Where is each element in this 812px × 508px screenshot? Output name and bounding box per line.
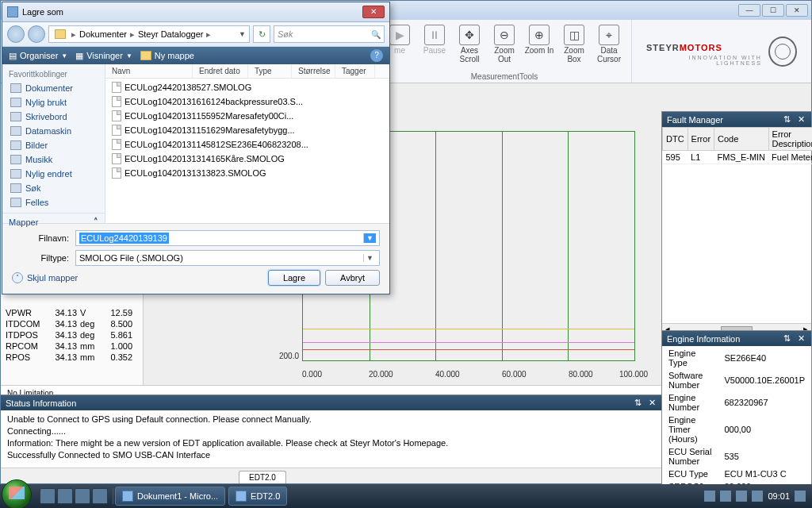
ql-icon[interactable]	[57, 488, 73, 504]
save-as-dialog: Lagre som ✕ ▸ Dokumenter ▸ Steyr Datalog…	[2, 2, 390, 294]
file-item[interactable]: ECULog10420131616124backpressure03.S...	[105, 94, 389, 109]
ql-icon[interactable]	[40, 488, 56, 504]
y-tick: 200.0	[274, 352, 299, 360]
file-item[interactable]: ECULog24420138527.SMOLOG	[105, 80, 389, 94]
back-button[interactable]	[7, 25, 25, 43]
dialog-title: Lagre som	[22, 7, 63, 17]
col-error[interactable]: Error	[688, 128, 714, 151]
taskbar-item-edt[interactable]: EDT2.0	[228, 487, 287, 506]
new-folder-button[interactable]: Ny mappe	[140, 51, 194, 60]
col-size[interactable]: Størrelse	[292, 64, 335, 78]
dialog-toolbar: ▤ Organiser ▼ ▦ Visninger ▼ Ny mappe ?	[2, 47, 389, 64]
close-icon[interactable]: ✕	[795, 114, 806, 125]
cursor-icon: ⌖	[599, 25, 619, 45]
zoom-box-button[interactable]: ◫ Zoom Box	[557, 21, 592, 64]
tray-icon[interactable]	[795, 491, 806, 502]
chevron-up-icon: ˄	[94, 217, 98, 227]
taskbar-item-word[interactable]: Dokument1 - Micro...	[115, 487, 225, 506]
network-icon[interactable]	[736, 491, 747, 502]
filetype-select[interactable]: SMOLOG File (.SMOLOG) ▼	[75, 250, 380, 266]
signal-row[interactable]: ITDPOS34.13deg5.861	[2, 329, 141, 341]
organize-button[interactable]: ▤ Organiser ▼	[9, 51, 67, 61]
col-type[interactable]: Type	[248, 64, 292, 78]
search-input[interactable]: Søk	[274, 25, 385, 43]
views-button[interactable]: ▦ Visninger ▼	[75, 51, 132, 61]
folder-icon	[10, 155, 21, 164]
axes-scroll-button[interactable]: ✥ Axes Scroll	[452, 21, 487, 64]
folders-toggle[interactable]: Mapper ˄	[2, 213, 105, 230]
zoom-out-icon: ⊖	[494, 25, 515, 45]
status-line: Successfully Connected to SMO USB-CAN In…	[7, 449, 656, 461]
start-button[interactable]	[2, 479, 32, 508]
file-item[interactable]: ECULog10420131155952Maresafety00Ci...	[105, 109, 389, 123]
favorite-link[interactable]: Nylig endret	[2, 167, 105, 181]
tray-icon[interactable]	[704, 491, 715, 502]
close-button[interactable]: ✕	[786, 4, 808, 17]
data-cursor-button[interactable]: ⌖ Data Cursor	[592, 21, 626, 64]
col-dtc[interactable]: DTC	[663, 128, 688, 151]
x-tick: 100.000	[619, 370, 648, 379]
favorite-link[interactable]: Bilder	[2, 138, 105, 152]
fault-row[interactable]: 595 L1 FMS_E-MIN Fuel Metering Sc	[663, 151, 813, 164]
ql-icon[interactable]	[92, 488, 108, 504]
col-desc[interactable]: Error Description	[768, 128, 812, 151]
close-icon[interactable]: ✕	[646, 398, 657, 408]
refresh-button[interactable]: ↻	[253, 25, 270, 43]
pause-button[interactable]: ⏸ Pause	[417, 21, 452, 64]
app-tab[interactable]: EDT2.0	[239, 471, 286, 483]
zoom-in-button[interactable]: ⊕ Zoom In	[522, 21, 557, 64]
engine-row: Engine TypeSE266E40	[664, 348, 810, 368]
dropdown-icon[interactable]: ▼	[363, 233, 376, 243]
save-button[interactable]: Lagre	[268, 270, 320, 286]
favorite-link[interactable]: Musikk	[2, 152, 105, 167]
fault-manager-panel: Fault Manager ⇅ ✕ DTC Error Code Error D…	[661, 111, 812, 335]
swap-icon[interactable]: ⇅	[781, 114, 792, 125]
favorite-link[interactable]: Skrivebord	[2, 110, 105, 124]
ql-icon[interactable]	[75, 488, 90, 504]
col-name[interactable]: Navn	[105, 64, 193, 78]
breadcrumb[interactable]: ▸ Dokumenter ▸ Steyr Datalogger ▸ ▼	[48, 25, 250, 43]
file-icon	[112, 110, 121, 121]
filename-input[interactable]: ECULog24420139139 ▼	[75, 230, 380, 246]
hide-folders-button[interactable]: ˄ Skjul mapper	[12, 272, 78, 283]
forward-button[interactable]	[28, 25, 45, 43]
swap-icon[interactable]: ⇅	[781, 333, 792, 344]
minimize-button[interactable]: —	[738, 4, 760, 17]
favorite-link[interactable]: Nylig brukt	[2, 95, 105, 110]
maximize-button[interactable]: ☐	[762, 4, 784, 17]
pause-icon: ⏸	[424, 25, 445, 45]
signal-row[interactable]: RPOS34.13mm0.352	[2, 352, 141, 363]
col-tags[interactable]: Tagger	[335, 64, 375, 78]
tray-icon[interactable]	[720, 491, 731, 502]
cancel-button[interactable]: Avbryt	[325, 270, 380, 286]
file-item[interactable]: ECULog10420131313823.SMOLOG	[105, 166, 389, 180]
signal-row[interactable]: RPCOM34.13mm1.000	[2, 341, 141, 352]
favorite-link[interactable]: Dokumenter	[2, 81, 105, 95]
signal-row[interactable]: VPWR34.13V12.59	[2, 307, 141, 318]
swap-icon[interactable]: ⇅	[632, 398, 643, 408]
col-code[interactable]: Code	[714, 128, 769, 151]
clock[interactable]: 09:01	[768, 491, 790, 501]
close-icon[interactable]: ✕	[795, 333, 806, 344]
favorite-link[interactable]: Felles	[2, 195, 105, 210]
file-item[interactable]: ECULog10420131314165Kåre.SMOLOG	[105, 152, 389, 166]
col-modified[interactable]: Endret dato	[193, 64, 248, 78]
favorite-link[interactable]: Søk	[2, 181, 105, 195]
system-tray: 09:01	[698, 491, 812, 502]
signal-row[interactable]: ITDCOM34.13deg8.500	[2, 318, 141, 329]
x-tick: 60.000	[502, 370, 527, 379]
status-line: Unable to Connect to GPS using Default c…	[7, 414, 656, 425]
file-item[interactable]: ECULog10420131151629Maresafetybygg...	[105, 123, 389, 137]
volume-icon[interactable]	[752, 491, 763, 502]
help-button[interactable]: ?	[370, 49, 383, 62]
engine-header: Engine Information ⇅ ✕	[662, 331, 811, 346]
status-panel: Status Information ⇅ ✕ Unable to Connect…	[1, 394, 662, 468]
folder-icon	[55, 29, 66, 39]
zoom-out-button[interactable]: ⊖ Zoom Out	[487, 21, 522, 64]
dropdown-icon[interactable]: ▼	[363, 254, 376, 262]
favorite-link[interactable]: Datamaskin	[2, 124, 105, 138]
dialog-close-button[interactable]: ✕	[362, 6, 385, 18]
file-item[interactable]: ECULog10420131145812SE236E406823208...	[105, 137, 389, 152]
dialog-titlebar: Lagre som ✕	[2, 2, 389, 22]
views-icon: ▦	[75, 51, 83, 61]
